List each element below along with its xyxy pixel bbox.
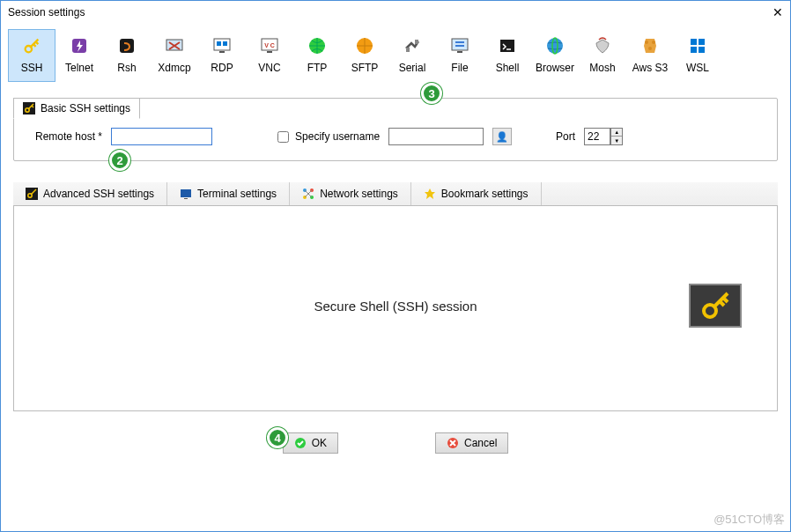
tab-label: Bookmark settings — [441, 188, 529, 200]
cancel-label: Cancel — [464, 437, 497, 449]
svg-rect-9 — [267, 51, 272, 53]
protocol-label: Shell — [496, 62, 520, 74]
protocol-label: WSL — [686, 62, 709, 74]
svg-rect-4 — [214, 39, 230, 50]
svg-rect-33 — [181, 189, 191, 197]
svg-rect-19 — [500, 40, 514, 52]
person-icon: 👤 — [496, 131, 508, 143]
svg-point-22 — [645, 41, 648, 44]
protocol-mosh[interactable]: Mosh — [579, 29, 626, 82]
port-stepper[interactable]: ▲ ▼ — [584, 128, 623, 145]
protocol-ssh[interactable]: SSH — [8, 29, 55, 82]
rdp-icon — [210, 33, 234, 58]
advanced-tab-bar: Advanced SSH settings Terminal settings … — [13, 182, 778, 206]
browser-icon — [543, 33, 567, 58]
svg-text:V C: V C — [264, 42, 275, 48]
spin-up-icon[interactable]: ▲ — [611, 129, 622, 137]
protocol-sftp[interactable]: SFTP — [341, 29, 388, 82]
titlebar: Session settings ✕ — [1, 1, 790, 24]
ok-label: OK — [312, 437, 327, 449]
session-description-area: Secure Shell (SSH) session — [25, 211, 766, 400]
protocol-wsl[interactable]: WSL — [674, 29, 721, 82]
specify-username-box[interactable] — [277, 131, 289, 143]
protocol-toolbar: SSH Telnet Rsh Xdmcp RDP V C VNC FTP SFT — [1, 24, 790, 82]
tab-advanced-ssh[interactable]: Advanced SSH settings — [13, 182, 167, 205]
key-icon — [26, 188, 38, 200]
annotation-3: 3 — [421, 83, 442, 104]
protocol-label: Mosh — [589, 62, 615, 74]
svg-rect-14 — [415, 40, 418, 44]
tab-terminal[interactable]: Terminal settings — [167, 182, 290, 205]
specify-username-checkbox[interactable]: Specify username — [274, 129, 380, 145]
tab-basic-ssh[interactable]: Basic SSH settings — [13, 98, 140, 119]
svg-rect-5 — [219, 51, 225, 53]
tab-network[interactable]: Network settings — [290, 182, 411, 205]
protocol-rsh[interactable]: Rsh — [103, 29, 151, 82]
mosh-icon — [590, 33, 615, 58]
protocol-label: VNC — [258, 62, 280, 74]
svg-rect-17 — [455, 41, 464, 43]
protocol-ftp[interactable]: FTP — [293, 29, 341, 82]
tab-label: Terminal settings — [197, 188, 277, 200]
protocol-aws-s3[interactable]: Aws S3 — [626, 29, 674, 82]
basic-settings-panel: Basic SSH settings Remote host * Specify… — [13, 98, 778, 161]
lightning-icon — [67, 33, 92, 58]
xdmcp-icon — [162, 33, 187, 58]
sftp-icon — [352, 33, 377, 58]
protocol-xdmcp[interactable]: Xdmcp — [151, 29, 198, 82]
watermark: @51CTO博客 — [713, 512, 785, 528]
protocol-label: FTP — [307, 62, 328, 74]
svg-rect-15 — [452, 39, 468, 50]
protocol-label: Telnet — [65, 62, 93, 74]
svg-point-23 — [652, 41, 655, 44]
spin-down-icon[interactable]: ▼ — [611, 137, 622, 144]
star-icon — [424, 188, 436, 200]
serial-icon — [400, 33, 425, 58]
basic-row: Remote host * Specify username 👤 Port ▲ — [25, 123, 766, 150]
shell-icon — [495, 33, 520, 58]
svg-rect-13 — [406, 48, 410, 52]
protocol-rdp[interactable]: RDP — [198, 29, 246, 82]
svg-rect-28 — [699, 47, 705, 53]
ok-button[interactable]: OK — [283, 432, 338, 454]
rsh-icon — [115, 33, 139, 58]
svg-point-20 — [547, 38, 563, 54]
svg-rect-16 — [457, 51, 462, 53]
advanced-panel: Advanced SSH settings Terminal settings … — [13, 182, 778, 411]
tab-bookmark[interactable]: Bookmark settings — [411, 182, 542, 205]
username-input[interactable] — [388, 128, 484, 145]
file-icon — [447, 33, 472, 58]
key-icon — [23, 102, 35, 115]
port-spinner[interactable]: ▲ ▼ — [610, 128, 623, 145]
close-icon[interactable]: ✕ — [773, 5, 783, 19]
check-circle-icon — [294, 437, 307, 449]
svg-point-24 — [648, 47, 652, 50]
protocol-label: Serial — [399, 62, 426, 74]
annotation-4: 4 — [267, 427, 288, 448]
cancel-button[interactable]: Cancel — [435, 432, 508, 454]
protocol-browser[interactable]: Browser — [531, 29, 579, 82]
protocol-label: SSH — [21, 62, 43, 74]
dialog-footer: 4 OK Cancel — [13, 411, 778, 464]
annotation-2: 2 — [109, 150, 130, 171]
protocol-telnet[interactable]: Telnet — [55, 29, 103, 82]
remote-host-input[interactable] — [111, 128, 212, 145]
protocol-file[interactable]: File — [436, 29, 484, 82]
browse-user-button[interactable]: 👤 — [492, 128, 512, 145]
aws-s3-icon — [638, 33, 662, 58]
session-description: Secure Shell (SSH) session — [314, 299, 477, 314]
svg-rect-26 — [699, 39, 705, 45]
protocol-label: Browser — [536, 62, 574, 74]
svg-rect-7 — [223, 41, 227, 46]
specify-username-label: Specify username — [295, 130, 380, 143]
key-icon — [698, 288, 733, 323]
protocol-serial[interactable]: Serial — [388, 29, 436, 82]
svg-rect-34 — [184, 198, 188, 199]
protocol-shell[interactable]: Shell — [484, 29, 531, 82]
svg-rect-6 — [217, 41, 221, 46]
protocol-label: SFTP — [351, 62, 379, 74]
protocol-vnc[interactable]: V C VNC — [246, 29, 293, 82]
port-input[interactable] — [584, 128, 610, 145]
protocol-label: Xdmcp — [158, 62, 190, 74]
vnc-icon: V C — [257, 33, 282, 58]
